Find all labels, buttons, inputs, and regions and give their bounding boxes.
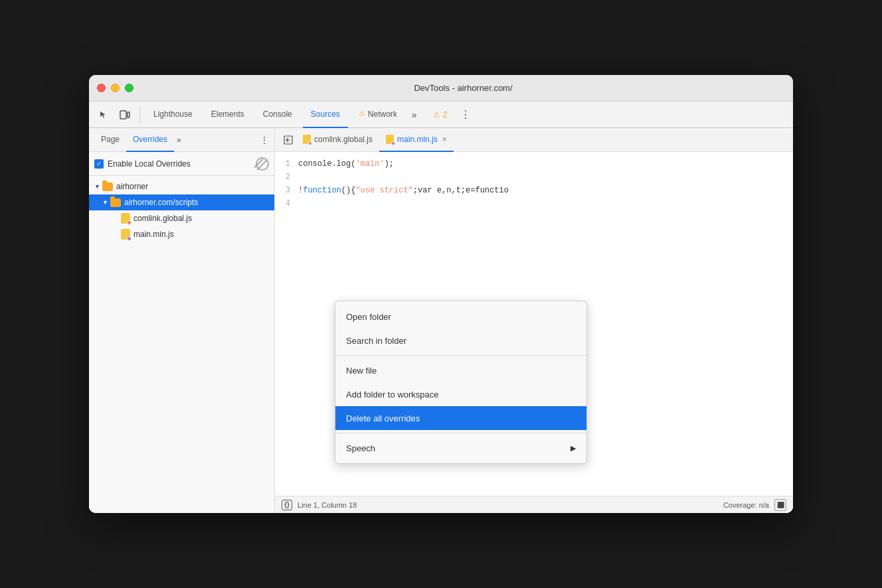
status-right: Coverage: n/a ⬛ [723, 499, 786, 511]
toolbar-kebab-button[interactable]: ⋮ [456, 106, 475, 124]
device-toggle-icon[interactable] [116, 106, 134, 124]
left-panel-more-button[interactable]: » [174, 135, 184, 145]
ctx-delete-overrides[interactable]: Delete all overrides [335, 406, 586, 430]
tab-sources[interactable]: Sources [303, 102, 348, 128]
file-dot-orange [308, 141, 312, 145]
enable-overrides-checkbox[interactable]: ✓ [94, 159, 104, 169]
traffic-lights [97, 84, 133, 92]
line-number: 3 [275, 184, 298, 197]
screenshot-icon[interactable]: ⬛ [774, 499, 786, 511]
editor-tab-comlink[interactable]: comlink.global.js [296, 128, 379, 152]
ctx-add-folder[interactable]: Add folder to workspace [335, 382, 586, 406]
svg-rect-1 [128, 112, 130, 117]
tab-close-button[interactable]: × [442, 135, 447, 144]
line-number: 2 [275, 171, 298, 184]
file-tree: ▼ airhorner ▼ airhorner.com/scripts ▶ [89, 176, 274, 513]
format-code-icon[interactable]: {} [282, 500, 292, 510]
status-bar: {} Line 1, Column 18 Coverage: n/a ⬛ [275, 496, 793, 513]
submenu-arrow-icon: ▶ [571, 444, 576, 453]
warning-badge-icon: ⚠ [433, 110, 440, 119]
code-line-2: 2 [275, 171, 793, 184]
ctx-speech[interactable]: Speech ▶ [335, 436, 586, 460]
tree-file-mainmin-label: main.min.js [133, 230, 174, 239]
more-tabs-button[interactable]: » [408, 110, 421, 120]
ctx-new-file[interactable]: New file [335, 358, 586, 382]
code-line-4: 4 [275, 197, 793, 210]
tree-folder-scripts[interactable]: ▼ airhorner.com/scripts [89, 194, 274, 210]
editor-nav-back-icon[interactable] [280, 132, 296, 148]
file-icon-small [303, 135, 311, 144]
block-icon [256, 157, 269, 171]
left-panel-tabs: Page Overrides » ⋮ [89, 128, 274, 152]
ctx-search-in-folder[interactable]: Search in folder [335, 329, 586, 352]
editor-tab-mainmin-label: main.min.js [397, 135, 438, 144]
code-line-1: 1 console.log('main'); [275, 157, 793, 171]
tab-overrides[interactable]: Overrides [126, 128, 174, 152]
context-menu: Open folder Search in folder New file Ad… [335, 301, 587, 464]
enable-overrides-container[interactable]: ✓ Enable Local Overrides [94, 159, 191, 169]
tree-root-airhorner[interactable]: ▼ airhorner [89, 179, 274, 194]
editor-tabs: comlink.global.js main.min.js × [275, 128, 793, 152]
network-warning-icon: ⚠ [359, 110, 365, 118]
tree-file-comlink[interactable]: ▶ comlink.global.js [89, 210, 274, 226]
title-bar: DevTools - airhorner.com/ [89, 75, 793, 102]
tab-page[interactable]: Page [94, 128, 126, 152]
ctx-separator-2 [335, 433, 586, 433]
file-icon-small [386, 135, 394, 144]
tree-root-label: airhorner [116, 182, 148, 191]
code-content: !function(){"use strict";var e,n,t;e=fun… [298, 184, 793, 197]
minimize-button[interactable] [111, 84, 120, 92]
tab-lighthouse[interactable]: Lighthouse [145, 102, 201, 128]
file-dot [127, 220, 132, 225]
left-panel-options: ✓ Enable Local Overrides [89, 152, 274, 176]
ctx-separator-1 [335, 355, 586, 356]
select-tool-icon[interactable] [94, 106, 113, 124]
maximize-button[interactable] [125, 84, 133, 92]
tab-elements[interactable]: Elements [203, 102, 252, 128]
editor-tab-comlink-label: comlink.global.js [314, 135, 373, 144]
code-content: console.log('main'); [298, 157, 793, 171]
ctx-open-folder[interactable]: Open folder [335, 305, 586, 329]
cursor-position: Line 1, Column 18 [298, 501, 357, 509]
folder-icon [102, 183, 113, 191]
line-number: 4 [275, 197, 298, 210]
chevron-down-icon: ▼ [94, 183, 102, 190]
chevron-down-icon: ▼ [102, 199, 110, 206]
code-line-3: 3 !function(){"use strict";var e,n,t;e=f… [275, 184, 793, 197]
window-title: DevTools - airhorner.com/ [141, 83, 785, 93]
close-button[interactable] [97, 84, 106, 92]
main-area: Page Overrides » ⋮ ✓ Enable Local Overri… [89, 128, 793, 513]
line-number: 1 [275, 157, 298, 171]
coverage-status: Coverage: n/a [723, 501, 769, 509]
tab-network[interactable]: ⚠ Network [351, 102, 405, 128]
editor-tab-mainmin[interactable]: main.min.js × [379, 128, 454, 152]
tree-file-mainmin[interactable]: ▶ main.min.js [89, 226, 274, 242]
left-panel: Page Overrides » ⋮ ✓ Enable Local Overri… [89, 128, 275, 513]
tree-folder-scripts-label: airhorner.com/scripts [124, 198, 198, 207]
warning-badge[interactable]: ⚠ 2 [429, 110, 452, 119]
file-dot-purple [391, 141, 395, 145]
left-panel-kebab-button[interactable]: ⋮ [260, 135, 269, 145]
enable-overrides-label: Enable Local Overrides [108, 159, 191, 169]
folder-icon [110, 198, 121, 207]
tree-file-comlink-label: comlink.global.js [133, 214, 192, 223]
svg-rect-0 [120, 111, 126, 119]
file-dot-purple [127, 236, 132, 241]
file-icon [121, 213, 130, 224]
toolbar-separator-1 [139, 107, 140, 123]
tab-console[interactable]: Console [255, 102, 300, 128]
file-icon [121, 229, 130, 240]
devtools-toolbar: Lighthouse Elements Console Sources ⚠ Ne… [89, 102, 793, 128]
